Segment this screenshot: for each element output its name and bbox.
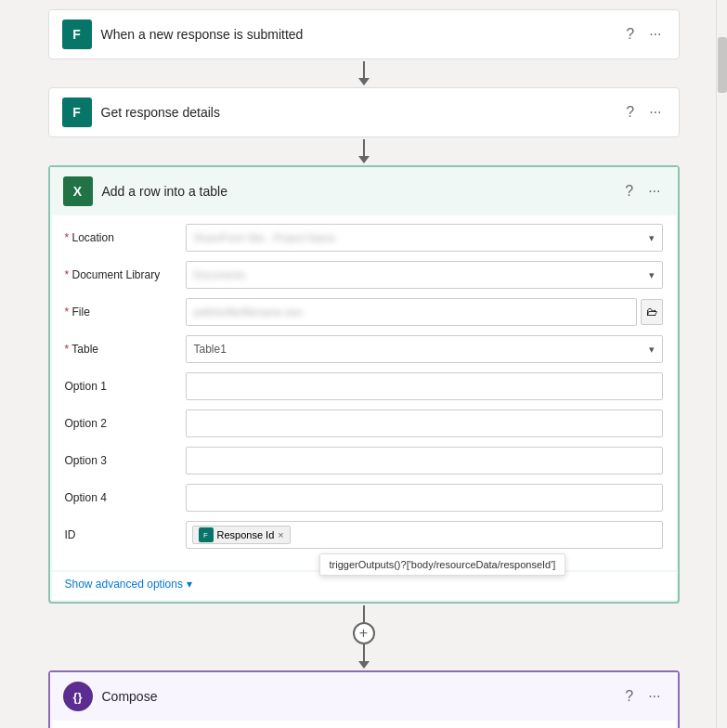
scrollbar[interactable] (716, 0, 727, 728)
excel-help-button[interactable]: ? (621, 181, 637, 202)
file-label: * File (65, 306, 186, 318)
option2-label: Option 2 (65, 417, 186, 430)
trigger-help-button[interactable]: ? (622, 24, 638, 45)
plus-arrow-head (358, 661, 370, 669)
arrow-head-1 (358, 78, 370, 85)
option1-input[interactable] (186, 372, 663, 400)
option1-row: Option 1 (65, 371, 663, 401)
advanced-options-row: Show advanced options ▾ (52, 572, 676, 600)
response-title: Get response details (101, 105, 614, 120)
file-input[interactable]: path/to/file/filename.xlsx (186, 298, 637, 326)
id-tag-label: Response Id (217, 529, 275, 540)
tag-forms-icon: F (199, 527, 214, 542)
option3-label: Option 3 (65, 454, 186, 467)
trigger-title: When a new response is submitted (101, 27, 614, 42)
response-icon: F (62, 98, 92, 127)
folder-icon: 🗁 (646, 306, 657, 318)
location-dropdown[interactable]: SharePoint Site - Project Name (186, 224, 663, 252)
compose-actions: ? ··· (621, 686, 664, 707)
compose-icon: {} (63, 682, 93, 711)
response-help-button[interactable]: ? (622, 102, 638, 123)
compose-help-button[interactable]: ? (621, 686, 637, 707)
plus-line-top (363, 605, 365, 622)
advanced-options-label: Show advanced options (65, 578, 183, 591)
trigger-actions: ? ··· (622, 24, 665, 45)
arrow-line-1 (363, 61, 365, 78)
option3-input[interactable] (186, 447, 663, 474)
compose-card-body: * Inputs fx slice(...) × (52, 721, 676, 728)
arrow-1 (358, 61, 370, 85)
id-tag-close[interactable]: × (278, 529, 283, 540)
plus-line-bottom (363, 644, 365, 661)
document-dropdown[interactable]: Documents (186, 261, 663, 289)
tooltip-text: triggerOutputs()?['body/resourceData/res… (330, 559, 556, 570)
compose-card-header: {} Compose ? ··· (50, 672, 678, 721)
id-tag-input[interactable]: F Response Id × (186, 521, 663, 549)
response-menu-button[interactable]: ··· (645, 102, 665, 123)
location-row: * Location SharePoint Site - Project Nam… (65, 223, 663, 253)
table-chevron (649, 344, 655, 356)
table-row: * Table Table1 (65, 334, 663, 364)
id-label: ID (65, 528, 186, 541)
document-row: * Document Library Documents (65, 260, 663, 290)
scrollbar-thumb[interactable] (718, 37, 727, 93)
excel-title: Add a row into a table (102, 184, 613, 199)
option4-label: Option 4 (65, 491, 186, 504)
trigger-menu-button[interactable]: ··· (645, 24, 665, 45)
excel-menu-button[interactable]: ··· (644, 181, 664, 202)
location-chevron (649, 232, 655, 244)
trigger-card-header: F When a new response is submitted ? ··· (49, 10, 679, 58)
arrow-2 (358, 139, 370, 163)
id-tag-tooltip: triggerOutputs()?['body/resourceData/res… (319, 553, 566, 576)
file-browse-button[interactable]: 🗁 (641, 299, 663, 325)
document-label: * Document Library (65, 268, 186, 281)
option1-label: Option 1 (65, 380, 186, 393)
plus-connector: + (353, 605, 375, 669)
plus-button[interactable]: + (353, 622, 375, 644)
advanced-chevron-icon: ▾ (187, 578, 192, 591)
excel-card-header: X Add a row into a table ? ··· (50, 167, 678, 215)
table-label: * Table (65, 343, 186, 356)
option3-row: Option 3 (65, 446, 663, 475)
arrow-head-2 (358, 156, 370, 163)
excel-card-body: * Location SharePoint Site - Project Nam… (52, 215, 676, 570)
file-value: path/to/file/filename.xlsx (194, 306, 303, 318)
trigger-icon: F (62, 20, 92, 49)
table-dropdown[interactable]: Table1 (186, 335, 663, 363)
table-value: Table1 (194, 343, 227, 356)
file-input-group: path/to/file/filename.xlsx 🗁 (186, 298, 663, 326)
show-advanced-options-link[interactable]: Show advanced options ▾ (65, 578, 192, 591)
compose-card: {} Compose ? ··· * Inputs fx slice(...) … (48, 670, 680, 728)
advanced-options-container: Show advanced options ▾ triggerOutputs()… (50, 572, 678, 600)
excel-icon: X (63, 176, 93, 206)
id-row: ID F Response Id × (65, 520, 663, 550)
option4-row: Option 4 (65, 483, 663, 513)
arrow-line-2 (363, 139, 365, 156)
compose-menu-button[interactable]: ··· (644, 686, 664, 707)
response-actions: ? ··· (622, 102, 665, 123)
excel-card: X Add a row into a table ? ··· * Locatio… (48, 165, 680, 604)
response-card-header: F Get response details ? ··· (49, 88, 679, 136)
option4-input[interactable] (186, 484, 663, 512)
document-chevron (649, 269, 655, 281)
trigger-card: F When a new response is submitted ? ··· (48, 9, 680, 59)
document-value: Documents (194, 269, 246, 280)
location-value: SharePoint Site - Project Name (194, 232, 336, 243)
location-label: * Location (65, 231, 186, 244)
option2-input[interactable] (186, 410, 663, 437)
compose-title: Compose (102, 689, 613, 704)
excel-actions: ? ··· (621, 181, 664, 202)
option2-row: Option 2 (65, 409, 663, 438)
response-card: F Get response details ? ··· (48, 87, 680, 137)
id-tag: F Response Id × (192, 526, 291, 544)
file-row: * File path/to/file/filename.xlsx 🗁 (65, 297, 663, 327)
